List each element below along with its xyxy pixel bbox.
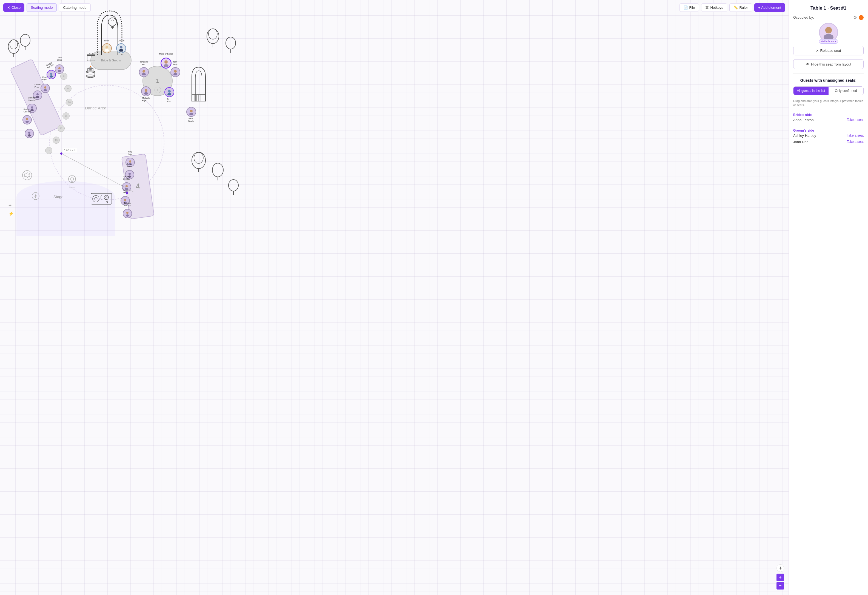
svg-point-69	[58, 67, 61, 70]
tab-confirmed[interactable]: Only confirmed	[828, 87, 864, 95]
zoom-out-button[interactable]: −	[776, 582, 784, 589]
occupied-label: Occupied by:	[793, 15, 814, 19]
svg-point-59	[145, 89, 148, 92]
svg-point-33	[207, 29, 219, 44]
tree-3	[205, 27, 221, 48]
close-button[interactable]: ✕ Close	[3, 3, 24, 12]
avatar-bride[interactable]: Bride	[102, 43, 112, 53]
stage-label: Stage	[53, 195, 63, 199]
svg-point-39	[194, 152, 203, 163]
avatar-groom[interactable]: Groom	[116, 43, 126, 53]
svg-point-65	[120, 46, 123, 49]
dj-equipment	[90, 191, 112, 207]
svg-point-74	[36, 96, 39, 98]
avatar-nan[interactable]: NanBest	[170, 67, 180, 77]
empty-seat-5-13[interactable]: 13	[53, 136, 60, 144]
tab-all-guests[interactable]: All guests in the list	[793, 87, 828, 95]
avatar-container: Maid-of-honor	[819, 23, 838, 42]
hotkeys-button[interactable]: ⌘ Hotkeys	[701, 3, 727, 12]
avatar-ronan[interactable]: RonanCooper	[22, 115, 32, 124]
take-seat-anna[interactable]: Take a seat	[847, 118, 864, 122]
svg-point-16	[32, 192, 39, 200]
stage-area	[16, 181, 115, 236]
avatar-label-izabel: IzabelBentley	[123, 175, 130, 180]
svg-point-43	[229, 180, 238, 191]
guest-row-john: John Doe Take a seat	[793, 139, 864, 145]
avatar-michelle[interactable]: MichelleFrye	[141, 86, 151, 96]
occupied-section: Occupied by: ⚙ Maid-of-honor	[793, 15, 864, 42]
ruler-icon: 📏	[734, 6, 738, 10]
take-seat-ashley[interactable]: Take a seat	[847, 133, 864, 138]
svg-point-60	[144, 92, 148, 95]
empty-seat-5-12[interactable]: 12	[58, 125, 65, 132]
tree-5	[190, 151, 207, 173]
empty-seat-5-14[interactable]: 14	[45, 147, 52, 154]
svg-point-73	[37, 93, 38, 95]
empty-seat-5-8[interactable]: 8	[60, 73, 67, 80]
avatar-alice[interactable]: AliceNeale	[186, 107, 196, 117]
add-element-button[interactable]: + Add element	[754, 3, 785, 12]
piano	[190, 66, 207, 101]
svg-point-76	[30, 109, 34, 111]
toolbar-right: 📄 File ⌘ Hotkeys 📏 Ruler + Add element	[679, 3, 785, 12]
status-dot	[859, 15, 864, 20]
release-seat-button[interactable]: ✕ Release seat	[793, 46, 864, 55]
svg-point-57	[168, 90, 171, 93]
compass-button[interactable]: ✛	[776, 564, 784, 572]
measurement-label: 190 inch	[63, 148, 77, 152]
svg-point-89	[126, 212, 128, 214]
empty-seat-5-11[interactable]: 11	[62, 112, 69, 120]
zoom-controls: ✛ + −	[776, 564, 784, 589]
svg-point-38	[192, 152, 205, 169]
svg-point-51	[164, 60, 168, 64]
empty-seat-5-9[interactable]: 9	[64, 85, 71, 92]
gear-icon[interactable]: ⚙	[853, 15, 857, 20]
hide-seat-button[interactable]: 👁 Hide this seat from layout	[793, 59, 864, 69]
canvas-area: ✕ Close Seating mode Catering mode 📄 Fil…	[0, 0, 788, 595]
avatar-olivia[interactable]: OliviaDuke	[55, 64, 64, 74]
drag-hint: Drag and drop your guests into your pref…	[793, 99, 864, 108]
ruler-button[interactable]: 📏 Ruler	[729, 3, 752, 12]
seating-mode-button[interactable]: Seating mode	[27, 3, 57, 12]
avatar-label-brenden: BrendenHouston	[28, 96, 36, 101]
avatar-label-michelle: MichelleFrye	[142, 97, 150, 102]
svg-point-52	[164, 64, 168, 67]
svg-point-61	[190, 110, 193, 112]
svg-point-22	[106, 201, 108, 203]
avatar-label-groom: Groom	[118, 40, 124, 42]
measure-dot-1	[60, 152, 62, 155]
avatar-jessica[interactable]: JessicaWanda	[123, 209, 132, 218]
svg-point-56	[173, 73, 177, 75]
tree-7	[227, 178, 240, 195]
file-icon: 📄	[683, 6, 688, 10]
guest-name-anna: Anna Fenton	[793, 118, 813, 122]
svg-point-90	[126, 215, 129, 217]
zoom-in-button[interactable]: +	[776, 574, 784, 581]
svg-point-83	[128, 173, 131, 175]
empty-seat-5-10[interactable]: 10	[66, 99, 73, 106]
avatar-label-olivia: OliviaDuke	[57, 56, 62, 61]
empty-seat-1-area[interactable]: 5	[155, 87, 161, 93]
measure-dot-2	[126, 192, 128, 194]
avatar-label-bride: Bride	[104, 40, 109, 42]
catering-mode-button[interactable]: Catering mode	[59, 3, 90, 12]
toolbar-left: ✕ Close Seating mode Catering mode	[3, 3, 91, 12]
svg-point-29	[10, 40, 18, 49]
dance-area-label: Dance Area	[85, 105, 106, 110]
svg-point-85	[125, 185, 128, 187]
hide-seat-label: Hide this seat from layout	[811, 62, 851, 67]
add-element-label: + Add element	[759, 6, 781, 10]
svg-point-72	[44, 89, 47, 91]
bride-groom-label: Bride & Groom	[101, 59, 121, 62]
avatar-table5-bottom[interactable]	[25, 129, 34, 138]
avatar-label-maid: Maid-of-honor	[159, 53, 173, 55]
avatar-ki-carr[interactable]: KiCarr	[164, 87, 174, 97]
avatar-name-badge: Maid-of-honor	[793, 23, 864, 42]
file-label: File	[689, 6, 695, 10]
file-button[interactable]: 📄 File	[679, 3, 699, 12]
avatar-johanna[interactable]: JohannaLowe	[139, 67, 149, 77]
cake-decoration	[85, 66, 96, 79]
take-seat-john[interactable]: Take a seat	[847, 140, 864, 144]
svg-point-66	[119, 49, 123, 52]
avatar-maid-of-honor[interactable]: Maid-of-honor	[161, 58, 171, 68]
